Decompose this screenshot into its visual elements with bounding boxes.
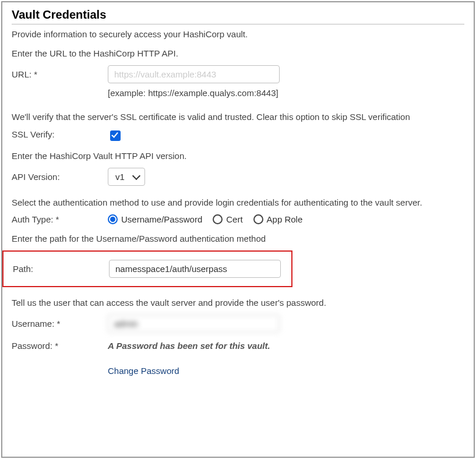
api-version-select-wrap: v1 bbox=[108, 168, 145, 186]
auth-instruction: Select the authentication method to use … bbox=[12, 196, 464, 209]
heading-divider bbox=[12, 24, 464, 24]
auth-radio-approle[interactable]: App Role bbox=[253, 214, 303, 224]
auth-radio-cert[interactable]: Cert bbox=[213, 214, 242, 224]
url-input[interactable] bbox=[108, 65, 280, 83]
username-label: Username: * bbox=[12, 319, 108, 329]
ssl-verify-checkbox[interactable] bbox=[110, 130, 121, 141]
url-instruction: Enter the URL to the HashiCorp HTTP API. bbox=[12, 47, 464, 59]
auth-radio-userpass[interactable]: Username/Password bbox=[108, 214, 202, 224]
vault-credentials-panel: Vault Credentials Provide information to… bbox=[1, 1, 475, 458]
user-instruction: Tell us the user that can access the vau… bbox=[12, 296, 464, 309]
api-version-select[interactable]: v1 bbox=[108, 168, 145, 186]
auth-radio-cert-input[interactable] bbox=[213, 214, 223, 224]
path-instruction: Enter the path for the Username/Password… bbox=[12, 232, 464, 245]
auth-radio-userpass-label: Username/Password bbox=[121, 214, 202, 224]
auth-type-label: Auth Type: * bbox=[12, 214, 108, 224]
panel-description: Provide information to securely access y… bbox=[12, 29, 464, 39]
api-instruction: Enter the HashiCorp Vault HTTP API versi… bbox=[12, 150, 464, 162]
auth-radio-userpass-input[interactable] bbox=[108, 214, 118, 224]
panel-heading: Vault Credentials bbox=[12, 8, 464, 22]
auth-radio-cert-label: Cert bbox=[226, 214, 242, 224]
path-highlight-box: Path: bbox=[2, 250, 292, 287]
auth-radio-approle-label: App Role bbox=[267, 214, 303, 224]
auth-radio-approle-input[interactable] bbox=[253, 214, 263, 224]
url-label: URL: * bbox=[12, 69, 108, 79]
password-label: Password: * bbox=[12, 341, 108, 351]
password-status: A Password has been set for this vault. bbox=[108, 341, 270, 351]
ssl-instruction: We'll verify that the server's SSL certi… bbox=[12, 111, 464, 123]
ssl-label: SSL Verify: bbox=[12, 129, 108, 139]
api-version-label: API Version: bbox=[12, 172, 108, 182]
url-example: [example: https://example.qualys.com:844… bbox=[108, 88, 464, 98]
path-input[interactable] bbox=[109, 260, 281, 278]
change-password-link[interactable]: Change Password bbox=[108, 366, 179, 376]
username-input[interactable] bbox=[108, 315, 280, 333]
path-label: Path: bbox=[13, 264, 109, 274]
